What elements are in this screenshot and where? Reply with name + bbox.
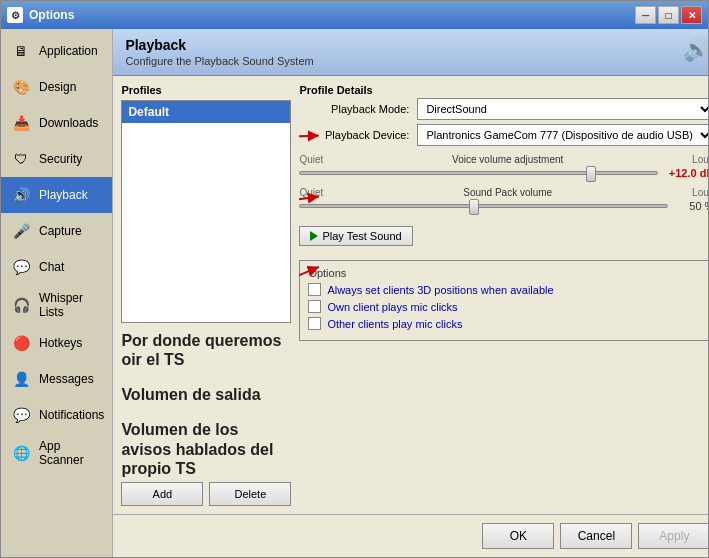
- playback-mode-label: Playback Mode:: [299, 103, 409, 115]
- voice-slider-thumb[interactable]: [586, 166, 596, 182]
- sound-slider-track[interactable]: [299, 204, 668, 208]
- playback-mode-select[interactable]: DirectSound: [417, 98, 708, 120]
- sidebar-label-app-scanner: App Scanner: [39, 439, 104, 467]
- sidebar-label-downloads: Downloads: [39, 116, 98, 130]
- close-button[interactable]: ✕: [681, 6, 702, 24]
- content-header: Playback Configure the Playback Sound Sy…: [113, 29, 708, 76]
- sidebar-label-notifications: Notifications: [39, 408, 104, 422]
- sidebar-item-notifications[interactable]: 💬 Notifications: [1, 397, 112, 433]
- sidebar-item-downloads[interactable]: 📥 Downloads: [1, 105, 112, 141]
- sidebar-item-application[interactable]: 🖥 Application: [1, 33, 112, 69]
- sidebar-label-security: Security: [39, 152, 82, 166]
- header-left: Playback Configure the Playback Sound Sy…: [125, 37, 313, 67]
- content-body: Profiles Default Por donde queremos oir …: [113, 76, 708, 514]
- sidebar-label-messages: Messages: [39, 372, 94, 386]
- options-group-label: Options: [308, 267, 705, 279]
- chat-icon: 💬: [9, 255, 33, 279]
- voice-quiet-label: Quiet: [299, 154, 323, 165]
- option3-checkbox[interactable]: [308, 317, 321, 330]
- sidebar-label-capture: Capture: [39, 224, 82, 238]
- sound-pack-section: Quiet Sound Pack volume Loud 50 %: [299, 187, 708, 212]
- profiles-label: Profiles: [121, 84, 291, 96]
- sidebar-label-whisper: Whisper Lists: [39, 291, 104, 319]
- sound-quiet-label: Quiet: [299, 187, 323, 198]
- hotkeys-icon: 🔴: [9, 331, 33, 355]
- option-row-1: Always set clients 3D positions when ava…: [308, 283, 705, 296]
- play-icon: [310, 231, 318, 241]
- window-title: Options: [29, 8, 74, 22]
- maximize-button[interactable]: □: [658, 6, 679, 24]
- app-scanner-icon: 🌐: [9, 441, 33, 465]
- sidebar-item-messages[interactable]: 👤 Messages: [1, 361, 112, 397]
- play-test-sound-button[interactable]: Play Test Sound: [299, 226, 412, 246]
- sidebar-label-design: Design: [39, 80, 76, 94]
- playback-device-select[interactable]: Plantronics GameCom 777 (Dispositivo de …: [417, 124, 708, 146]
- title-bar-left: ⚙ Options: [7, 7, 74, 23]
- sidebar-item-whisper-lists[interactable]: 🎧 Whisper Lists: [1, 285, 112, 325]
- sidebar-item-chat[interactable]: 💬 Chat: [1, 249, 112, 285]
- option-row-3: Other clients play mic clicks: [308, 317, 705, 330]
- playback-device-label: Playback Device:: [299, 129, 409, 141]
- window-body: 🖥 Application 🎨 Design 📥 Downloads 🛡 Sec…: [1, 29, 708, 557]
- cancel-button[interactable]: Cancel: [560, 523, 632, 549]
- sound-pack-label: Sound Pack volume: [463, 187, 552, 198]
- playback-mode-row: Playback Mode: DirectSound: [299, 98, 708, 120]
- security-icon: 🛡: [9, 147, 33, 171]
- option3-label: Other clients play mic clicks: [327, 318, 462, 330]
- playback-icon: 🔊: [9, 183, 33, 207]
- option2-checkbox[interactable]: [308, 300, 321, 313]
- profiles-actions: Add Delete: [121, 482, 291, 506]
- voice-slider-track[interactable]: [299, 171, 658, 175]
- annotation-text-1: Por donde queremos oir el TS: [121, 331, 291, 369]
- sound-slider-row: 50 %: [299, 200, 708, 212]
- delete-button[interactable]: Delete: [209, 482, 291, 506]
- add-button[interactable]: Add: [121, 482, 203, 506]
- ok-button[interactable]: OK: [482, 523, 554, 549]
- main-content: Playback Configure the Playback Sound Sy…: [113, 29, 708, 557]
- options-group: Options Always set clients 3D positions …: [299, 260, 708, 341]
- profiles-list[interactable]: Default: [121, 100, 291, 323]
- sidebar-label-playback: Playback: [39, 188, 88, 202]
- sidebar-item-capture[interactable]: 🎤 Capture: [1, 213, 112, 249]
- sidebar-label-application: Application: [39, 44, 98, 58]
- sidebar-item-app-scanner[interactable]: 🌐 App Scanner: [1, 433, 112, 473]
- profile-details-section: Profile Details Playback Mode: DirectSou…: [299, 84, 708, 506]
- sidebar-item-security[interactable]: 🛡 Security: [1, 141, 112, 177]
- title-bar: ⚙ Options ─ □ ✕: [1, 1, 708, 29]
- capture-icon: 🎤: [9, 219, 33, 243]
- application-icon: 🖥: [9, 39, 33, 63]
- sidebar-label-hotkeys: Hotkeys: [39, 336, 82, 350]
- whisper-icon: 🎧: [9, 293, 33, 317]
- default-profile-item[interactable]: Default: [122, 101, 290, 123]
- window-footer: OK Cancel Apply: [113, 514, 708, 557]
- messages-icon: 👤: [9, 367, 33, 391]
- option1-checkbox[interactable]: [308, 283, 321, 296]
- window-icon: ⚙: [7, 7, 23, 23]
- annotation-text-3: Volumen de los avisos hablados del propi…: [121, 420, 291, 478]
- sound-slider-thumb[interactable]: [469, 199, 479, 215]
- option-row-2: Own client plays mic clicks: [308, 300, 705, 313]
- voice-volume-section: Quiet Voice volume adjustment Loud +12.0…: [299, 154, 708, 179]
- options-window: ⚙ Options ─ □ ✕ 🖥 Application 🎨 Design 📥…: [0, 0, 709, 558]
- minimize-button[interactable]: ─: [635, 6, 656, 24]
- profiles-section: Profiles Default Por donde queremos oir …: [121, 84, 291, 506]
- voice-loud-label: Loud: [692, 154, 708, 165]
- sidebar-item-design[interactable]: 🎨 Design: [1, 69, 112, 105]
- sidebar-item-playback[interactable]: 🔊 Playback: [1, 177, 112, 213]
- sidebar-item-hotkeys[interactable]: 🔴 Hotkeys: [1, 325, 112, 361]
- playback-header-icon: 🔊: [683, 37, 708, 63]
- downloads-icon: 📥: [9, 111, 33, 135]
- sound-pack-value: 50 %: [674, 200, 708, 212]
- voice-slider-row: +12.0 dB: [299, 167, 708, 179]
- content-title: Playback: [125, 37, 313, 53]
- sidebar-label-chat: Chat: [39, 260, 64, 274]
- option1-label: Always set clients 3D positions when ava…: [327, 284, 553, 296]
- voice-volume-label: Voice volume adjustment: [452, 154, 563, 165]
- content-subtitle: Configure the Playback Sound System: [125, 55, 313, 67]
- voice-volume-value: +12.0 dB: [664, 167, 708, 179]
- design-icon: 🎨: [9, 75, 33, 99]
- playback-device-row: Playback Device: Plantronics GameCom 777…: [299, 124, 708, 146]
- apply-button[interactable]: Apply: [638, 523, 708, 549]
- sidebar: 🖥 Application 🎨 Design 📥 Downloads 🛡 Sec…: [1, 29, 113, 557]
- play-test-container: Play Test Sound: [299, 222, 708, 250]
